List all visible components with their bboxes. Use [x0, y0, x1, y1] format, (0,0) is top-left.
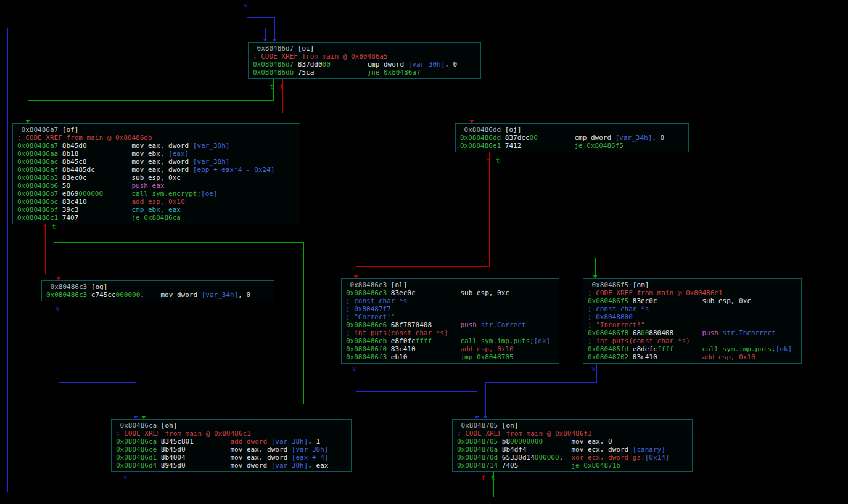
- branch-label-t: t: [491, 474, 495, 481]
- edge-of-to-oh: [54, 224, 303, 416]
- branch-label-t: t: [270, 83, 274, 90]
- disasm-text: 0x80486dd [oj] 0x080486dd 837dcc00 cmp d…: [460, 126, 684, 150]
- basic-block-0x80486c3-og[interactable]: 0x80486c3 [og] 0x080486c3 c745cc000000. …: [41, 280, 274, 301]
- basic-block-0x80486ca-oh[interactable]: 0x80486ca [oh] ; CODE XREF from main @ 0…: [111, 419, 352, 472]
- basic-block-0x80486f5-om[interactable]: 0x80486f5 [om] ; CODE XREF from main @ 0…: [583, 278, 802, 364]
- disasm-text: 0x80486ca [oh] ; CODE XREF from main @ 0…: [116, 421, 347, 469]
- edge-ol-to-on: [356, 364, 477, 416]
- branch-label-f: f: [486, 157, 490, 164]
- branch-label-f: f: [481, 474, 485, 481]
- basic-block-0x80486dd-oj[interactable]: 0x80486dd [oj] 0x080486dd 837dcc00 cmp d…: [455, 123, 689, 152]
- branch-label-t: t: [496, 157, 500, 164]
- edge-of-to-og: [45, 224, 59, 277]
- flow-arrow-glyph: v: [244, 2, 248, 9]
- disasm-text: 0x80486e3 [ol] 0x080486e3 83ec0c sub esp…: [346, 281, 554, 361]
- edge-om-to-on: [485, 364, 596, 416]
- flow-arrow-glyph: v: [123, 474, 128, 481]
- disasm-text: 0x80486d7 [oi] ; CODE XREF from main @ 0…: [253, 44, 476, 76]
- edge-oj-to-ol: [356, 152, 489, 275]
- edge-oj-to-om: [498, 152, 595, 275]
- edge-oi-to-of: [28, 79, 273, 120]
- branch-label-f: f: [42, 223, 46, 230]
- flow-arrow-glyph: v: [56, 305, 60, 312]
- disasm-text: 0x80486c3 [og] 0x080486c3 c745cc000000. …: [46, 283, 270, 299]
- flow-arrow-glyph: v: [591, 365, 596, 372]
- flow-arrow-glyph: v: [352, 365, 356, 372]
- basic-block-0x80486a7-of[interactable]: 0x80486a7 [of] ; CODE XREF from main @ 0…: [12, 123, 300, 224]
- basic-block-0x80486e3-ol[interactable]: 0x80486e3 [ol] 0x080486e3 83ec0c sub esp…: [341, 278, 559, 364]
- basic-block-0x8048705-on[interactable]: 0x8048705 [on] ; CODE XREF from main @ 0…: [452, 419, 693, 472]
- branch-label-t: t: [52, 223, 56, 230]
- branch-label-f: f: [279, 83, 284, 90]
- disasm-text: 0x80486f5 [om] ; CODE XREF from main @ 0…: [588, 281, 797, 361]
- disasm-text: 0x80486a7 [of] ; CODE XREF from main @ 0…: [17, 126, 295, 222]
- basic-block-0x80486d7-oi[interactable]: 0x80486d7 [oi] ; CODE XREF from main @ 0…: [248, 42, 481, 79]
- edge-entry-to-oi: [247, 0, 274, 39]
- graph-canvas[interactable]: 0x80486d7 [oi] ; CODE XREF from main @ 0…: [0, 0, 848, 504]
- edge-oi-to-oj: [282, 79, 472, 120]
- edge-og-to-oh: [59, 301, 136, 416]
- disasm-text: 0x8048705 [on] ; CODE XREF from main @ 0…: [457, 421, 688, 469]
